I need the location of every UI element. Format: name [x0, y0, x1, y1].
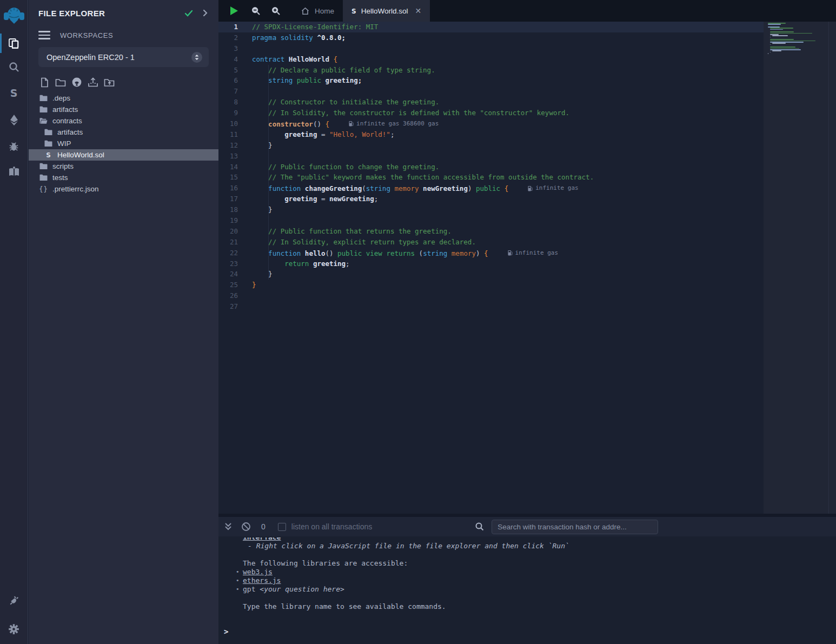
minimap[interactable] [764, 22, 836, 516]
workspace-select[interactable]: OpenZeppelin ERC20 - 1 [38, 47, 209, 67]
tree-item-wip[interactable]: WIP [29, 138, 218, 149]
terminal-panel: 0 listen on all transactions interface- … [218, 514, 836, 644]
line-number: 14 [218, 162, 252, 172]
tab-home[interactable]: Home [292, 0, 343, 22]
new-file-icon[interactable] [38, 76, 50, 88]
code-line-24[interactable]: 24 } [218, 269, 764, 280]
tab-helloworld-sol[interactable]: SHelloWorld.sol✕ [343, 0, 430, 22]
terminal-search-input[interactable] [492, 520, 658, 534]
code-line-18[interactable]: 18 } [218, 204, 764, 215]
line-content: function hello() public view returns (st… [252, 248, 764, 258]
tree-item-artifacts[interactable]: artifacts [29, 127, 218, 138]
plugin-manager-icon[interactable] [0, 589, 28, 613]
code-line-16[interactable]: 16 function changeGreeting(string memory… [218, 183, 764, 194]
line-number: 25 [218, 280, 252, 290]
line-number: 7 [218, 86, 252, 97]
code-line-8[interactable]: 8 // Constructor to initialize the greet… [218, 97, 764, 108]
code-line-26[interactable]: 26 [218, 290, 764, 301]
line-number: 15 [218, 172, 252, 183]
tree-item-helloworld-sol[interactable]: SHelloWorld.sol [29, 149, 218, 161]
github-icon[interactable] [71, 76, 83, 88]
library-link-ethers-js[interactable]: ethers.js [243, 576, 281, 585]
code-line-20[interactable]: 20 // Public function that returns the g… [218, 226, 764, 237]
clear-console-icon[interactable] [241, 522, 251, 532]
tree-item-scripts[interactable]: scripts [29, 161, 218, 172]
accept-check-icon[interactable] [184, 8, 194, 18]
code-line-22[interactable]: 22 function hello() public view returns … [218, 248, 764, 258]
workspace-sort-icon [191, 52, 202, 63]
tree-item-label: artifacts [52, 105, 78, 114]
line-content: // Constructor to initialize the greetin… [252, 97, 764, 108]
tree-item-label: WIP [57, 140, 71, 148]
code-line-25[interactable]: 25} [218, 280, 764, 290]
line-content: // In Solidity, explicit return types ar… [252, 237, 764, 248]
code-line-11[interactable]: 11 greeting = "Hello, World!"; [218, 129, 764, 140]
tree-item-artifacts[interactable]: artifacts [29, 104, 218, 115]
code-line-4[interactable]: 4contract HelloWorld { [218, 54, 764, 65]
terminal-prompt[interactable]: > [224, 627, 228, 636]
code-line-15[interactable]: 15 // The "public" keyword makes the fun… [218, 172, 764, 183]
code-line-21[interactable]: 21 // In Solidity, explicit return types… [218, 237, 764, 248]
file-explorer-icon[interactable] [0, 31, 28, 55]
code-line-6[interactable]: 6 string public greeting; [218, 75, 764, 86]
tree-item-deps[interactable]: .deps [29, 92, 218, 104]
line-content: pragma solidity ^0.8.0; [252, 32, 764, 43]
zoom-out-icon[interactable] [250, 5, 261, 16]
code-editor[interactable]: 1// SPDX-License-Identifier: MIT2pragma … [218, 22, 764, 516]
line-content: greeting = newGreeting; [252, 194, 764, 204]
line-content: contract HelloWorld { [252, 54, 764, 65]
code-line-13[interactable]: 13 [218, 151, 764, 162]
terminal-blank-line [218, 550, 836, 559]
minimap-line [770, 39, 794, 40]
code-line-2[interactable]: 2pragma solidity ^0.8.0; [218, 32, 764, 43]
deploy-and-run-icon[interactable] [0, 108, 28, 132]
terminal-output[interactable]: interface- Right click on a JavaScript f… [218, 536, 836, 641]
workspaces-row: WORKSPACES [38, 29, 209, 41]
panel-chevron-right-icon[interactable] [201, 9, 209, 17]
listen-transactions-checkbox[interactable] [278, 523, 286, 531]
code-line-1[interactable]: 1// SPDX-License-Identifier: MIT [218, 22, 764, 32]
library-link-web3-js[interactable]: web3.js [243, 568, 273, 576]
solidity-icon: S [351, 7, 356, 15]
code-line-14[interactable]: 14 // Public function to change the gree… [218, 162, 764, 172]
folder-icon [39, 106, 48, 113]
code-line-5[interactable]: 5 // Declare a public field of type stri… [218, 65, 764, 76]
activity-bar: S [0, 0, 28, 644]
remix-logo-icon[interactable] [0, 0, 28, 31]
close-tab-icon[interactable]: ✕ [415, 6, 421, 15]
code-line-10[interactable]: 10 constructor() {infinite gas 368600 ga… [218, 118, 764, 129]
tree-item-tests[interactable]: tests [29, 172, 218, 183]
search-icon[interactable] [0, 55, 28, 79]
minimap-line [772, 43, 785, 44]
solidity-compiler-icon[interactable]: S [0, 81, 28, 105]
code-line-23[interactable]: 23 return greeting; [218, 258, 764, 269]
terminal-blank-line [218, 594, 836, 602]
settings-gear-icon[interactable] [0, 617, 28, 641]
code-line-7[interactable]: 7 [218, 86, 764, 97]
upload-folder-icon[interactable] [103, 76, 115, 88]
learneth-icon[interactable] [0, 160, 28, 184]
new-folder-icon[interactable] [55, 76, 67, 88]
folder-icon [39, 174, 48, 181]
code-line-9[interactable]: 9 // In Solidity, the constructor is def… [218, 108, 764, 118]
code-line-17[interactable]: 17 greeting = newGreeting; [218, 194, 764, 204]
file-explorer-toolbar [38, 76, 209, 88]
json-icon: {} [39, 185, 48, 193]
tree-item-contracts[interactable]: contracts [29, 115, 218, 127]
zoom-in-icon[interactable] [270, 5, 281, 16]
code-line-3[interactable]: 3 [218, 43, 764, 54]
minimap-line [770, 28, 793, 29]
tree-item-prettierrc-json[interactable]: {}.prettierrc.json [29, 183, 218, 195]
debugger-icon[interactable] [0, 134, 28, 158]
workspaces-menu-icon[interactable] [38, 31, 50, 39]
code-line-27[interactable]: 27 [218, 301, 764, 312]
code-line-19[interactable]: 19 [218, 215, 764, 226]
line-content: } [252, 204, 764, 215]
upload-file-icon[interactable] [87, 76, 99, 88]
line-content: // Declare a public field of type string… [252, 65, 764, 76]
line-number: 22 [218, 248, 252, 258]
code-line-12[interactable]: 12 } [218, 140, 764, 151]
expand-terminal-icon[interactable] [224, 522, 232, 531]
terminal-search-icon [475, 522, 485, 532]
run-script-button[interactable] [230, 6, 238, 15]
